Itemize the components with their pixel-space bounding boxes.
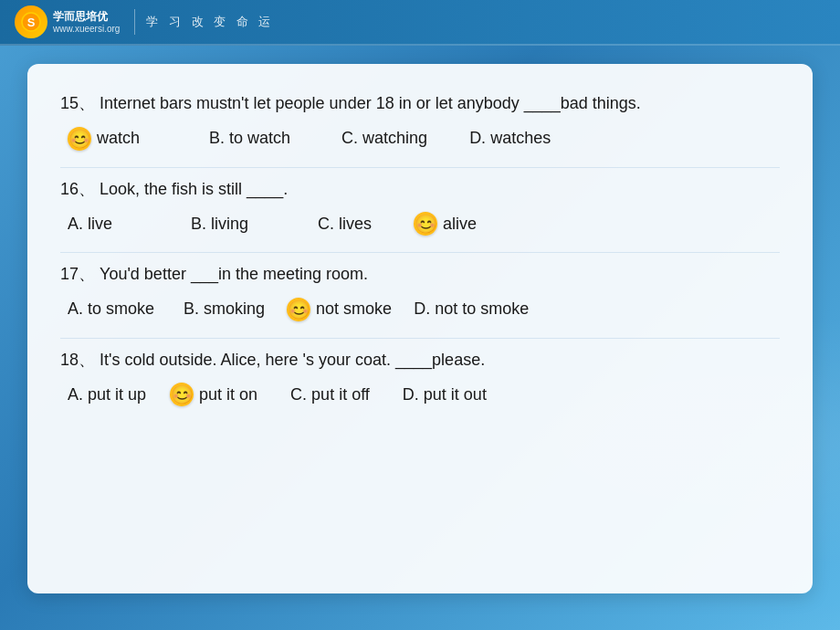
q16-option-a[interactable]: A. live: [68, 215, 112, 234]
q15-number: 15、: [60, 94, 95, 112]
q18-text: 18、 It's cold outside. Alice, here 's yo…: [60, 346, 780, 374]
q16-c-label: C. lives: [318, 215, 372, 234]
header: S 学而思培优 www.xueersi.org 学 习 改 变 命 运: [0, 0, 840, 46]
logo-icon: S: [15, 5, 47, 38]
divider-3: [60, 338, 780, 339]
q16-d-text: alive: [443, 215, 477, 234]
q15-text: 15、 Internet bars mustn't let people und…: [60, 89, 780, 118]
q17-c-text: not smoke: [316, 299, 392, 319]
q15-option-d[interactable]: D. watches: [469, 129, 551, 148]
q17-option-c[interactable]: not smoke: [287, 298, 392, 321]
tagline: 学 习 改 变 命 运: [146, 14, 274, 30]
q18-options: A. put it up put it on C. put it off D. …: [60, 383, 780, 406]
q15-b-label: B. to watch: [209, 129, 290, 148]
q16-option-b[interactable]: B. living: [191, 215, 248, 234]
q15-c-label: C. watching: [341, 129, 427, 148]
q17-option-a[interactable]: A. to smoke: [68, 299, 154, 319]
q16-a-label: A. live: [68, 215, 112, 234]
question-15: 15、 Internet bars mustn't let people und…: [60, 89, 780, 151]
q16-option-c[interactable]: C. lives: [318, 215, 372, 234]
q18-a-label: A. put it up: [68, 385, 146, 404]
q17-d-label: D. not to smoke: [414, 299, 529, 319]
q17-text: 17、 You'd better ___in the meeting room.: [60, 260, 780, 289]
website: www.xueersi.org: [53, 24, 120, 34]
header-divider: [134, 9, 135, 35]
smiley-icon-18: [170, 383, 194, 406]
content-card: 15、 Internet bars mustn't let people und…: [27, 64, 813, 593]
q17-option-d[interactable]: D. not to smoke: [414, 299, 529, 319]
q16-options: A. live B. living C. lives alive: [60, 212, 780, 236]
q15-option-c[interactable]: C. watching: [341, 129, 427, 148]
q16-b-label: B. living: [191, 215, 248, 234]
q17-b-label: B. smoking: [184, 299, 265, 319]
q18-b-text: put it on: [199, 385, 257, 404]
q18-option-c[interactable]: C. put it off: [290, 385, 370, 404]
q18-option-b[interactable]: put it on: [170, 383, 257, 406]
smiley-icon-17: [287, 298, 310, 321]
question-17: 17、 You'd better ___in the meeting room.…: [60, 260, 780, 321]
q15-a-text: watch: [97, 129, 140, 148]
q16-number: 16、: [60, 180, 95, 198]
question-16: 16、 Look, the fish is still ____. A. liv…: [60, 175, 780, 236]
question-18: 18、 It's cold outside. Alice, here 's yo…: [60, 346, 780, 407]
brand-name: 学而思培优: [53, 10, 120, 25]
divider-1: [60, 167, 780, 168]
q15-option-a[interactable]: watch: [68, 127, 140, 151]
q17-options: A. to smoke B. smoking not smoke D. not …: [60, 298, 780, 321]
q18-d-label: D. put it out: [403, 385, 487, 404]
q15-options: watch B. to watch C. watching D. watches: [60, 127, 780, 151]
q18-option-a[interactable]: A. put it up: [68, 385, 146, 404]
q16-option-d[interactable]: alive: [414, 212, 477, 236]
q18-option-d[interactable]: D. put it out: [403, 385, 487, 404]
q18-number: 18、: [60, 351, 95, 369]
q17-option-b[interactable]: B. smoking: [184, 299, 265, 319]
smiley-icon-16: [414, 212, 437, 236]
q16-text: 16、 Look, the fish is still ____.: [60, 175, 780, 204]
q15-option-b[interactable]: B. to watch: [209, 129, 290, 148]
svg-text:S: S: [27, 16, 36, 29]
q15-d-label: D. watches: [469, 129, 551, 148]
divider-2: [60, 252, 780, 253]
q18-c-label: C. put it off: [290, 385, 370, 404]
smiley-icon: [68, 127, 91, 151]
q17-a-label: A. to smoke: [68, 299, 154, 319]
q17-number: 17、: [60, 265, 95, 283]
